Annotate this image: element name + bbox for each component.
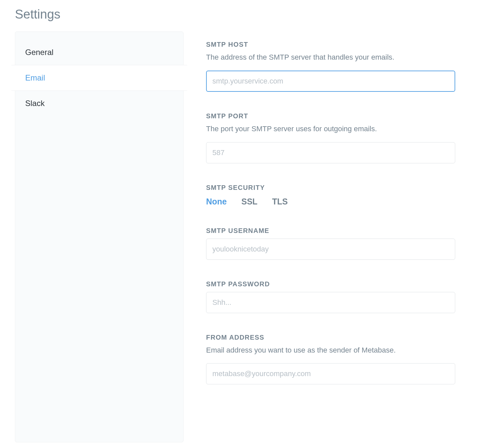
field-label: SMTP PASSWORD: [206, 280, 455, 288]
smtp-password-input[interactable]: [206, 292, 455, 313]
field-from-address: FROM ADDRESS Email address you want to u…: [206, 334, 455, 385]
sidebar-item-general[interactable]: General: [15, 40, 183, 65]
field-smtp-host: SMTP HOST The address of the SMTP server…: [206, 41, 455, 92]
security-option-tls[interactable]: TLS: [272, 197, 288, 206]
settings-form: SMTP HOST The address of the SMTP server…: [184, 31, 475, 442]
security-option-none[interactable]: None: [206, 197, 227, 206]
smtp-port-input[interactable]: [206, 142, 455, 163]
sidebar-item-email[interactable]: Email: [11, 65, 187, 91]
field-desc: Email address you want to use as the sen…: [206, 345, 455, 356]
field-label: SMTP USERNAME: [206, 227, 455, 235]
smtp-host-input[interactable]: [206, 71, 455, 92]
field-label: SMTP PORT: [206, 112, 455, 120]
field-label: SMTP SECURITY: [206, 184, 455, 192]
field-smtp-password: SMTP PASSWORD: [206, 280, 455, 313]
security-option-ssl[interactable]: SSL: [242, 197, 258, 206]
field-smtp-username: SMTP USERNAME: [206, 227, 455, 260]
field-smtp-port: SMTP PORT The port your SMTP server uses…: [206, 112, 455, 163]
field-label: SMTP HOST: [206, 41, 455, 48]
page-title: Settings: [0, 0, 493, 31]
from-address-input[interactable]: [206, 363, 455, 384]
field-desc: The address of the SMTP server that hand…: [206, 52, 455, 63]
settings-sidebar: General Email Slack: [15, 31, 184, 442]
field-label: FROM ADDRESS: [206, 334, 455, 341]
security-options: None SSL TLS: [206, 196, 455, 206]
field-smtp-security: SMTP SECURITY None SSL TLS: [206, 184, 455, 206]
sidebar-item-slack[interactable]: Slack: [15, 91, 183, 116]
smtp-username-input[interactable]: [206, 239, 455, 260]
field-desc: The port your SMTP server uses for outgo…: [206, 124, 455, 134]
